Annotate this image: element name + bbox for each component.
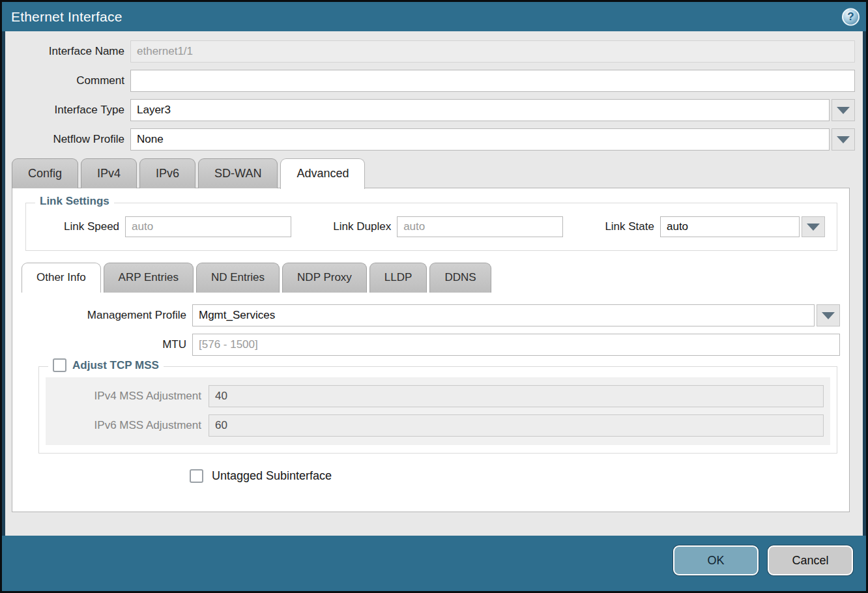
link-state-label: Link State xyxy=(605,220,660,233)
link-settings-legend: Link Settings xyxy=(35,195,114,208)
ethernet-interface-dialog: Ethernet Interface ? Interface Name Comm… xyxy=(0,0,868,593)
chevron-down-icon xyxy=(837,136,850,143)
management-profile-dropdown: Mgmt_Services xyxy=(192,304,840,326)
comment-row: Comment xyxy=(5,70,855,92)
subtab-nd-entries[interactable]: ND Entries xyxy=(196,263,280,293)
management-profile-label: Management Profile xyxy=(22,309,192,322)
tab-sd-wan[interactable]: SD-WAN xyxy=(198,158,278,188)
dialog-footer: OK Cancel xyxy=(2,536,866,591)
interface-type-label: Interface Type xyxy=(5,104,130,117)
link-duplex-field[interactable] xyxy=(397,216,563,237)
link-duplex-label: Link Duplex xyxy=(333,220,397,233)
sub-tab-bar: Other Info ARP Entries ND Entries NDP Pr… xyxy=(22,263,840,293)
link-duplex-group: Link Duplex xyxy=(333,216,563,237)
untagged-subinterface-label: Untagged Subinterface xyxy=(212,469,332,483)
interface-type-dropdown-button[interactable] xyxy=(832,99,855,121)
comment-field[interactable] xyxy=(130,70,855,92)
link-state-dropdown: auto xyxy=(660,216,825,237)
link-state-dropdown-button[interactable] xyxy=(802,216,825,237)
subtab-ndp-proxy[interactable]: NDP Proxy xyxy=(282,263,367,293)
adjust-tcp-mss-checkbox[interactable] xyxy=(53,358,66,372)
ipv6-mss-row: IPv6 MSS Adjustment xyxy=(46,414,824,437)
comment-label: Comment xyxy=(5,74,130,87)
ipv4-mss-row: IPv4 MSS Adjustment xyxy=(46,385,824,407)
mtu-field[interactable] xyxy=(192,334,840,356)
ipv6-mss-field xyxy=(209,414,824,437)
link-settings-fieldset: Link Settings Link Speed Link Duplex Lin… xyxy=(25,203,837,251)
interface-type-row: Interface Type Layer3 xyxy=(5,99,855,121)
subtab-arp-entries[interactable]: ARP Entries xyxy=(104,263,194,293)
tab-config[interactable]: Config xyxy=(12,158,78,188)
main-tab-bar: Config IPv4 IPv6 SD-WAN Advanced xyxy=(12,158,855,188)
netflow-profile-dropdown: None xyxy=(130,128,855,151)
mss-disabled-panel: IPv4 MSS Adjustment IPv6 MSS Adjustment xyxy=(46,377,830,445)
interface-type-dropdown: Layer3 xyxy=(130,99,855,121)
chevron-down-icon xyxy=(822,312,835,319)
netflow-profile-label: Netflow Profile xyxy=(5,133,130,146)
link-state-group: Link State auto xyxy=(605,216,825,237)
interface-name-row: Interface Name xyxy=(5,40,855,63)
link-settings-row: Link Speed Link Duplex Link State auto xyxy=(64,216,825,237)
mtu-row: MTU xyxy=(22,334,840,356)
ipv4-mss-label: IPv4 MSS Adjustment xyxy=(46,390,209,403)
management-profile-row: Management Profile Mgmt_Services xyxy=(22,304,840,326)
help-icon[interactable]: ? xyxy=(842,8,860,25)
ok-button[interactable]: OK xyxy=(673,545,759,575)
dialog-content: Interface Name Comment Interface Type La… xyxy=(2,31,866,536)
interface-type-value[interactable]: Layer3 xyxy=(130,99,830,121)
cancel-button[interactable]: Cancel xyxy=(768,545,853,575)
tab-advanced[interactable]: Advanced xyxy=(280,158,365,189)
subtab-other-info[interactable]: Other Info xyxy=(22,263,101,293)
management-profile-dropdown-button[interactable] xyxy=(817,304,840,326)
mtu-label: MTU xyxy=(22,338,192,351)
tab-ipv6[interactable]: IPv6 xyxy=(139,158,195,188)
adjust-tcp-mss-legend: Adjust TCP MSS xyxy=(48,358,164,372)
netflow-profile-value[interactable]: None xyxy=(130,128,830,151)
netflow-profile-row: Netflow Profile None xyxy=(5,128,855,151)
interface-name-field xyxy=(130,40,855,63)
tab-ipv4[interactable]: IPv4 xyxy=(81,158,137,188)
dialog-title: Ethernet Interface xyxy=(11,9,123,25)
untagged-subinterface-row: Untagged Subinterface xyxy=(190,469,840,483)
adjust-tcp-mss-legend-label: Adjust TCP MSS xyxy=(72,359,159,372)
link-state-value[interactable]: auto xyxy=(660,216,800,237)
subtab-ddns[interactable]: DDNS xyxy=(429,263,491,293)
ipv6-mss-label: IPv6 MSS Adjustment xyxy=(46,419,209,432)
subtab-lldp[interactable]: LLDP xyxy=(369,263,427,293)
link-speed-group: Link Speed xyxy=(64,216,291,237)
interface-name-label: Interface Name xyxy=(5,45,130,58)
ipv4-mss-field xyxy=(209,385,824,407)
link-speed-field[interactable] xyxy=(125,216,291,237)
chevron-down-icon xyxy=(807,224,820,231)
link-speed-label: Link Speed xyxy=(64,220,125,233)
chevron-down-icon xyxy=(837,107,850,114)
adjust-tcp-mss-fieldset: Adjust TCP MSS IPv4 MSS Adjustment IPv6 … xyxy=(38,366,837,454)
other-info-panel: Management Profile Mgmt_Services MTU xyxy=(22,304,840,483)
advanced-tab-panel: Link Settings Link Speed Link Duplex Lin… xyxy=(12,188,850,512)
untagged-subinterface-checkbox[interactable] xyxy=(190,469,203,483)
dialog-titlebar: Ethernet Interface ? xyxy=(2,2,866,31)
netflow-profile-dropdown-button[interactable] xyxy=(832,128,855,151)
management-profile-value[interactable]: Mgmt_Services xyxy=(192,304,815,326)
